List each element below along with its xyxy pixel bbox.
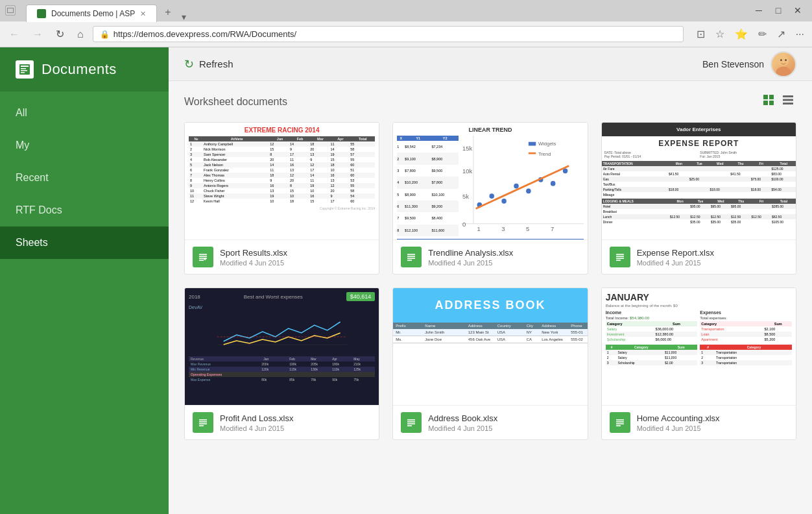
url-text: https://demos.devexpress.com/RWA/Documen… [113, 29, 676, 39]
svg-rect-13 [783, 95, 793, 97]
bookmark-star-btn[interactable]: ☆ [713, 25, 727, 43]
svg-point-8 [785, 59, 787, 61]
view-toggle [760, 92, 796, 112]
address-box[interactable]: 🔒 https://demos.devexpress.com/RWA/Docum… [93, 26, 684, 42]
svg-text:15k: 15k [462, 145, 472, 152]
share-btn[interactable]: ↗ [774, 25, 788, 43]
sidebar-item-all[interactable]: All [0, 97, 169, 129]
new-tab-btn[interactable]: + [157, 3, 178, 22]
doc-modified-profit: Modified 4 Jun 2015 [220, 424, 371, 432]
xlsx-icon-home [610, 412, 630, 433]
tab-bar: Documents Demo | ASP ✕ + ▾ [21, 0, 745, 22]
svg-rect-1 [21, 66, 29, 67]
svg-point-26 [551, 181, 556, 186]
doc-info-trendline: Trendline Analysis.xlsx Modified 4 Jun 2… [393, 239, 587, 274]
doc-preview-sport-results: EXTREME RACING 2014 № Athlete Jan Feb Ma… [185, 123, 379, 239]
address-bar-row: ← → ↻ ⌂ 🔒 https://demos.devexpress.com/R… [0, 21, 812, 47]
logo-icon [16, 60, 34, 79]
user-avatar [770, 51, 796, 77]
svg-text:10k: 10k [462, 167, 472, 175]
doc-details-trendline: Trendline Analysis.xlsx Modified 4 Jun 2… [428, 248, 579, 267]
svg-rect-9 [763, 95, 768, 99]
doc-card-address[interactable]: ADDRESS BOOK Prefix Name Address Country… [392, 288, 588, 440]
doc-info-profit: Profit And Loss.xlsx Modified 4 Jun 2015 [185, 405, 379, 439]
doc-details-expense: Expense Report.xlsx Modified 4 Jun 2015 [637, 248, 788, 267]
sidebar-item-rtfdocs[interactable]: RTF Docs [0, 194, 169, 226]
notes-btn[interactable]: ✏ [756, 25, 769, 43]
doc-card-home[interactable]: JANUARY Balance at the beginning of the … [601, 288, 796, 440]
back-btn[interactable]: ← [5, 26, 23, 43]
svg-text:Trend: Trend [538, 151, 551, 157]
xlsx-icon-address [401, 412, 422, 433]
refresh-label: Refresh [199, 58, 233, 69]
grid-view-btn[interactable] [760, 92, 777, 112]
minimize-btn[interactable]: ─ [750, 3, 768, 18]
svg-text:3: 3 [501, 225, 505, 232]
doc-card-profit[interactable]: 2018 Best and Worst expenses $40,614 Dev… [184, 288, 379, 440]
svg-rect-14 [783, 99, 793, 101]
svg-text:1: 1 [477, 225, 480, 232]
xlsx-icon-trendline [401, 247, 422, 267]
home-btn[interactable]: ⌂ [73, 26, 88, 43]
browser-chrome: Documents Demo | ASP ✕ + ▾ ─ □ ✕ ← → ↻ ⌂… [0, 0, 812, 47]
sidebar-item-recent[interactable]: Recent [0, 162, 169, 194]
doc-name-expense: Expense Report.xlsx [637, 248, 788, 258]
svg-point-21 [489, 193, 494, 199]
refresh-nav-btn[interactable]: ↻ [52, 25, 68, 43]
doc-card-expense[interactable]: Vador Enterprises EXPENSE REPORT DATE: T… [601, 122, 796, 275]
doc-modified-trendline: Modified 4 Jun 2015 [428, 259, 579, 267]
tab-favicon [37, 9, 46, 18]
doc-details-sport: Sport Results.xlsx Modified 4 Jun 2015 [220, 248, 371, 267]
svg-rect-3 [21, 70, 27, 71]
doc-info-expense: Expense Report.xlsx Modified 4 Jun 2015 [602, 239, 796, 274]
tab-dropdown-btn[interactable]: ▾ [179, 12, 189, 22]
doc-info-address: Address Book.xlsx Modified 4 Jun 2015 [393, 405, 587, 439]
section-header: Worksheet documents [184, 92, 796, 112]
tab-close-btn[interactable]: ✕ [140, 10, 146, 18]
doc-details-address: Address Book.xlsx Modified 4 Jun 2015 [428, 413, 579, 432]
svg-point-6 [776, 66, 791, 77]
window-controls: ─ □ ✕ [750, 3, 807, 18]
xlsx-icon-sport [193, 247, 213, 267]
doc-preview-home: JANUARY Balance at the beginning of the … [602, 288, 796, 405]
svg-text:5: 5 [526, 225, 529, 232]
doc-preview-address: ADDRESS BOOK Prefix Name Address Country… [393, 288, 587, 405]
svg-point-24 [526, 188, 531, 193]
maximize-btn[interactable]: □ [769, 3, 787, 18]
svg-text:Widgets: Widgets [538, 141, 556, 147]
svg-text:0: 0 [462, 220, 466, 227]
reader-view-btn[interactable]: ⊡ [694, 25, 708, 43]
sidebar-item-sheets[interactable]: Sheets [0, 226, 169, 259]
window-icon [5, 5, 16, 16]
close-btn[interactable]: ✕ [789, 3, 807, 18]
doc-info-home: Home Accounting.xlsx Modified 4 Jun 2015 [602, 405, 796, 439]
favorites-btn[interactable]: ⭐ [732, 25, 750, 43]
user-info: Ben Stevenson [702, 51, 796, 77]
logo-text: Documents [42, 61, 117, 78]
section-title: Worksheet documents [184, 96, 287, 108]
sidebar: Documents All My Recent RTF Docs Sheets [0, 47, 169, 514]
doc-details-profit: Profit And Loss.xlsx Modified 4 Jun 2015 [220, 413, 371, 432]
xlsx-icon-expense [610, 247, 630, 267]
forward-btn[interactable]: → [29, 26, 47, 43]
main-content: ↻ Refresh Ben Stevenson [169, 47, 812, 514]
more-btn[interactable]: ··· [793, 26, 807, 43]
refresh-button[interactable]: ↻ Refresh [184, 57, 233, 71]
sidebar-item-my[interactable]: My [0, 129, 169, 162]
doc-name-address: Address Book.xlsx [428, 413, 579, 423]
doc-card-sport-results[interactable]: EXTREME RACING 2014 № Athlete Jan Feb Ma… [184, 122, 379, 275]
svg-rect-12 [769, 101, 774, 105]
list-view-btn[interactable] [780, 92, 796, 112]
svg-rect-11 [763, 101, 768, 105]
doc-name-home: Home Accounting.xlsx [637, 413, 788, 423]
doc-modified-address: Modified 4 Jun 2015 [428, 424, 579, 432]
app: Documents All My Recent RTF Docs Sheets … [0, 47, 812, 514]
doc-preview-expense: Vador Enterprises EXPENSE REPORT DATE: T… [602, 123, 796, 239]
doc-preview-profit: 2018 Best and Worst expenses $40,614 Dev… [185, 288, 379, 405]
doc-card-trendline[interactable]: LINEAR TREND XY1Y2 1$8,542$7,234 2$9,100… [392, 122, 588, 275]
title-bar: Documents Demo | ASP ✕ + ▾ ─ □ ✕ [0, 0, 812, 21]
svg-rect-37 [529, 142, 536, 146]
active-tab[interactable]: Documents Demo | ASP ✕ [26, 5, 157, 22]
user-name: Ben Stevenson [702, 59, 764, 69]
doc-info-sport-results: Sport Results.xlsx Modified 4 Jun 2015 [185, 239, 379, 274]
